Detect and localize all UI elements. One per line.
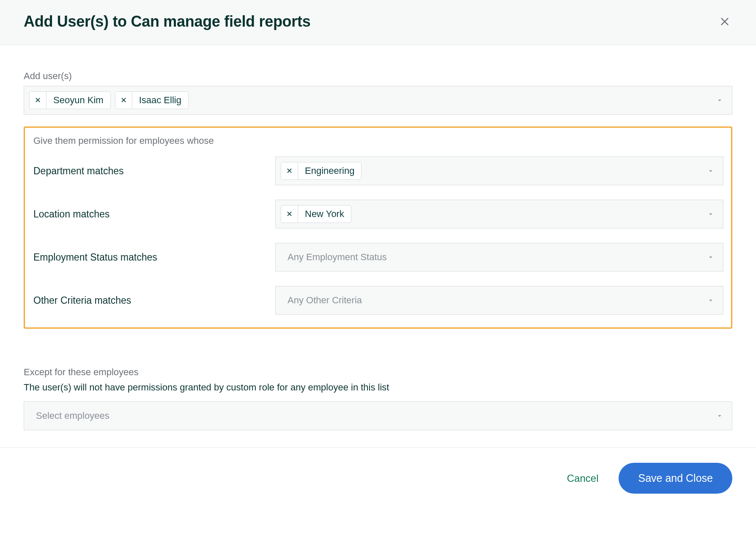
chip-label: New York <box>298 206 351 223</box>
except-section: Except for these employees The user(s) w… <box>24 367 732 430</box>
user-chip: ✕ Isaac Ellig <box>115 91 189 109</box>
save-and-close-button[interactable]: Save and Close <box>619 463 732 494</box>
criteria-label: Other Criteria matches <box>33 295 275 306</box>
department-multiselect[interactable]: ✕ Engineering <box>275 157 723 185</box>
chevron-down-icon <box>716 96 723 104</box>
modal-footer: Cancel Save and Close <box>0 447 756 494</box>
except-employees-select[interactable]: Select employees <box>24 401 732 430</box>
criteria-row-department: Department matches ✕ Engineering <box>33 157 723 185</box>
close-icon <box>719 16 731 27</box>
other-criteria-select[interactable]: Any Other Criteria <box>275 286 723 315</box>
criteria-row-employment-status: Employment Status matches Any Employment… <box>33 243 723 272</box>
except-description: The user(s) will not have permissions gr… <box>24 382 732 393</box>
chip-label: Seoyun Kim <box>47 92 110 109</box>
permissions-intro: Give them permission for employees whose <box>33 135 723 146</box>
remove-chip-icon[interactable]: ✕ <box>115 92 132 109</box>
cancel-button[interactable]: Cancel <box>559 467 607 490</box>
select-placeholder: Any Other Criteria <box>284 295 362 306</box>
user-chip: ✕ Seoyun Kim <box>29 91 111 109</box>
criteria-row-other-criteria: Other Criteria matches Any Other Criteri… <box>33 286 723 315</box>
chip-label: Isaac Ellig <box>132 92 188 109</box>
except-label: Except for these employees <box>24 367 732 378</box>
chevron-down-icon <box>707 210 715 218</box>
select-placeholder: Select employees <box>33 410 110 421</box>
add-users-label: Add user(s) <box>24 71 732 82</box>
add-users-modal: Add User(s) to Can manage field reports … <box>0 0 756 494</box>
chevron-down-icon <box>707 167 715 175</box>
modal-header: Add User(s) to Can manage field reports <box>0 0 756 45</box>
chip-label: Engineering <box>298 162 361 179</box>
select-placeholder: Any Employment Status <box>284 252 387 263</box>
modal-title: Add User(s) to Can manage field reports <box>24 13 310 30</box>
permissions-criteria-block: Give them permission for employees whose… <box>24 126 732 329</box>
criteria-label: Department matches <box>33 165 275 177</box>
remove-chip-icon[interactable]: ✕ <box>281 162 298 179</box>
criteria-label: Employment Status matches <box>33 252 275 263</box>
remove-chip-icon[interactable]: ✕ <box>281 206 298 223</box>
employment-status-select[interactable]: Any Employment Status <box>275 243 723 272</box>
location-multiselect[interactable]: ✕ New York <box>275 200 723 228</box>
chevron-down-icon <box>716 412 723 420</box>
criteria-row-location: Location matches ✕ New York <box>33 200 723 228</box>
department-chip: ✕ Engineering <box>281 162 362 180</box>
location-chip: ✕ New York <box>281 205 351 223</box>
chevron-down-icon <box>707 253 715 261</box>
chevron-down-icon <box>707 297 715 304</box>
criteria-label: Location matches <box>33 209 275 220</box>
close-button[interactable] <box>717 14 732 29</box>
remove-chip-icon[interactable]: ✕ <box>30 92 47 109</box>
add-users-multiselect[interactable]: ✕ Seoyun Kim ✕ Isaac Ellig <box>24 86 732 115</box>
